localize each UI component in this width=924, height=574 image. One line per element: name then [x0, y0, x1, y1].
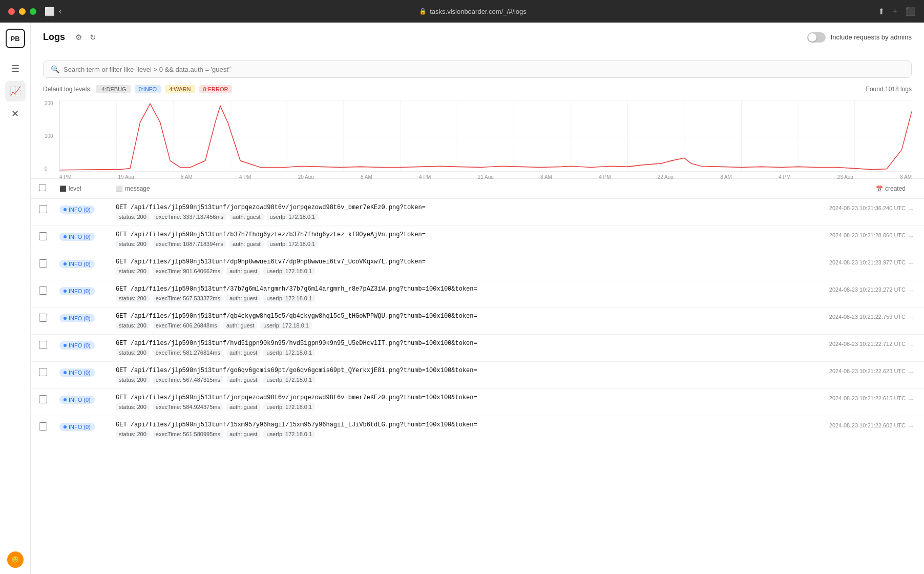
row-checkbox-cell[interactable] — [39, 285, 59, 297]
row-arrow[interactable]: → — [906, 285, 916, 295]
row-tag: auth: guest — [226, 430, 260, 438]
tools-icon: ✕ — [11, 108, 19, 119]
refresh-button[interactable]: ↻ — [86, 30, 100, 45]
row-arrow[interactable]: → — [906, 367, 916, 376]
sidebar-item-analytics[interactable]: 📈 — [5, 81, 26, 101]
row-arrow[interactable]: → — [906, 340, 916, 349]
app-logo[interactable]: PB — [6, 29, 25, 48]
share-icon[interactable]: ⬆ — [878, 7, 885, 16]
row-checkbox[interactable] — [39, 205, 47, 213]
row-tag: status: 200 — [116, 430, 150, 438]
row-tags: status: 200execTime: 567.533372msauth: g… — [116, 295, 772, 302]
level-dot — [64, 208, 67, 211]
row-tag: status: 200 — [116, 322, 150, 329]
maximize-button[interactable] — [30, 8, 36, 15]
row-checkbox[interactable] — [39, 368, 47, 376]
row-tag: userIp: 172.18.0.1 — [267, 213, 319, 220]
row-tag: auth: guest — [226, 295, 260, 302]
row-checkbox-cell[interactable] — [39, 231, 59, 242]
row-message-cell: GET /api/files/jlp590nj513tunf/dp9hp8wwu… — [116, 258, 772, 275]
row-arrow[interactable]: → — [906, 394, 916, 403]
row-message-text: GET /api/files/jlp590nj513tunf/15xm957y9… — [116, 421, 772, 428]
row-tags: status: 200execTime: 581.276814msauth: g… — [116, 349, 772, 356]
level-dot — [64, 425, 67, 428]
settings-button[interactable]: ⚙ — [71, 30, 86, 45]
row-tag: execTime: 901.640662ms — [153, 268, 223, 275]
row-checkbox-cell[interactable] — [39, 204, 59, 215]
row-tag: execTime: 3337.137456ms — [153, 213, 226, 220]
minimize-button[interactable] — [19, 8, 26, 15]
badge-error[interactable]: 8:ERROR — [199, 85, 233, 93]
row-arrow[interactable]: → — [906, 204, 916, 213]
table-row[interactable]: INFO (0) GET /api/files/jlp590nj513tunf/… — [31, 199, 924, 226]
row-checkbox[interactable] — [39, 314, 47, 322]
sidebar-item-tools[interactable]: ✕ — [5, 104, 26, 124]
window-controls — [8, 8, 36, 15]
search-input[interactable] — [64, 66, 904, 73]
row-message-text: GET /api/files/jlp590nj513tunf/go6qv6gcm… — [116, 367, 772, 374]
url-text: tasks.visionboarder.com/_/#/logs — [430, 8, 527, 15]
table-row[interactable]: INFO (0) GET /api/files/jlp590nj513tunf/… — [31, 335, 924, 362]
level-badge: INFO (0) — [59, 423, 95, 431]
row-checkbox[interactable] — [39, 395, 47, 403]
row-checkbox[interactable] — [39, 422, 47, 430]
sidebar-item-database[interactable]: ☰ — [5, 58, 26, 79]
row-checkbox[interactable] — [39, 232, 47, 240]
search-bar[interactable]: 🔍 — [43, 60, 912, 78]
row-created: 2024-08-23 10:21:23.977 UTC — [772, 258, 906, 265]
sidebar-toggle-icon[interactable]: ⬜ — [45, 7, 55, 16]
row-checkbox-cell[interactable] — [39, 367, 59, 378]
table-row[interactable]: INFO (0) GET /api/files/jlp590nj513tunf/… — [31, 280, 924, 308]
row-tag: userIp: 172.18.0.1 — [263, 268, 315, 275]
titlebar-actions: ⬆ + ⬛ — [878, 7, 916, 16]
table-row[interactable]: INFO (0) GET /api/files/jlp590nj513tunf/… — [31, 253, 924, 280]
row-level: INFO (0) — [59, 313, 116, 322]
level-dot — [64, 290, 67, 293]
include-admins-toggle[interactable] — [807, 32, 826, 43]
level-badge: INFO (0) — [59, 260, 95, 268]
row-arrow[interactable]: → — [906, 258, 916, 268]
table-row[interactable]: INFO (0) GET /api/files/jlp590nj513tunf/… — [31, 226, 924, 253]
y-label-200: 200 — [45, 100, 53, 106]
row-checkbox[interactable] — [39, 341, 47, 349]
select-all-checkbox[interactable] — [39, 184, 46, 191]
admin-toggle-container: Include requests by admins — [807, 32, 912, 43]
row-checkbox-cell[interactable] — [39, 313, 59, 324]
sidebar-right-icon[interactable]: ⬛ — [906, 7, 916, 16]
row-checkbox-cell[interactable] — [39, 421, 59, 433]
back-icon[interactable]: ‹ — [59, 7, 61, 16]
row-checkbox-cell[interactable] — [39, 258, 59, 270]
row-tag: userIp: 172.18.0.1 — [263, 403, 315, 411]
address-bar[interactable]: 🔒 tasks.visionboarder.com/_/#/logs — [68, 8, 877, 15]
level-badge: INFO (0) — [59, 287, 95, 295]
badge-info[interactable]: 0:INFO — [135, 85, 161, 93]
row-tags: status: 200execTime: 584.924375msauth: g… — [116, 403, 772, 411]
app-layout: PB ☰ 📈 ✕ 😊 Logs ⚙ ↻ — [0, 23, 924, 574]
level-badge: INFO (0) — [59, 233, 95, 241]
row-message-text: GET /api/files/jlp590nj513tunf/jorpqezow… — [116, 394, 772, 401]
table-row[interactable]: INFO (0) GET /api/files/jlp590nj513tunf/… — [31, 362, 924, 389]
table-row[interactable]: INFO (0) GET /api/files/jlp590nj513tunf/… — [31, 389, 924, 416]
row-arrow[interactable]: → — [906, 313, 916, 322]
row-checkbox-cell[interactable] — [39, 394, 59, 405]
checkbox-header[interactable] — [39, 184, 59, 193]
row-arrow[interactable]: → — [906, 421, 916, 430]
row-checkbox-cell[interactable] — [39, 340, 59, 351]
badge-debug[interactable]: -4:DEBUG — [96, 85, 131, 93]
level-dot — [64, 235, 67, 238]
close-button[interactable] — [8, 8, 15, 15]
row-checkbox[interactable] — [39, 259, 47, 268]
row-checkbox[interactable] — [39, 286, 47, 295]
table-row[interactable]: INFO (0) GET /api/files/jlp590nj513tunf/… — [31, 416, 924, 443]
user-avatar[interactable]: 😊 — [7, 551, 24, 568]
row-tags: status: 200execTime: 567.487315msauth: g… — [116, 376, 772, 383]
row-tag: userIp: 172.18.0.1 — [263, 349, 315, 356]
row-tag: status: 200 — [116, 295, 150, 302]
level-header-icon: ⬛ — [59, 186, 67, 192]
row-arrow[interactable]: → — [906, 231, 916, 240]
new-tab-icon[interactable]: + — [893, 7, 897, 16]
table-row[interactable]: INFO (0) GET /api/files/jlp590nj513tunf/… — [31, 308, 924, 335]
row-level: INFO (0) — [59, 285, 116, 295]
level-dot — [64, 371, 67, 374]
badge-warn[interactable]: 4:WARN — [165, 85, 195, 93]
